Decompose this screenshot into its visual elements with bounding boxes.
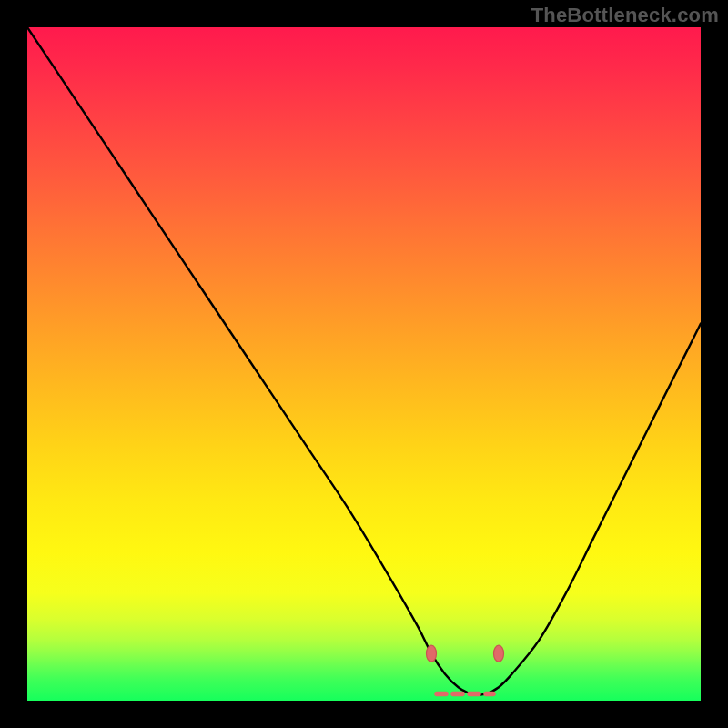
bottleneck-curve (27, 27, 701, 695)
curve-svg (27, 27, 701, 701)
chart-frame: TheBottleneck.com (0, 0, 728, 728)
optimum-marker-right (494, 645, 504, 662)
plot-area (27, 27, 701, 701)
watermark-text: TheBottleneck.com (531, 4, 719, 27)
optimum-marker-left (427, 645, 437, 662)
